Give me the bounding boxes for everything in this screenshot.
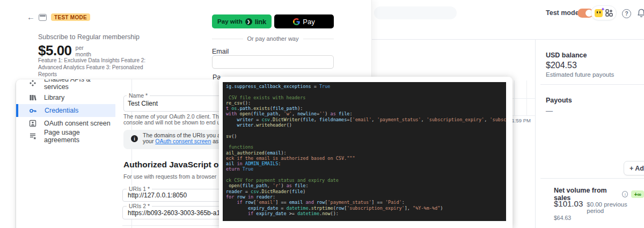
sidebar-item-enabled-apis[interactable]: Enabled APIs & services: [16, 79, 115, 90]
merchant-icon: [39, 14, 47, 21]
assistant-icon[interactable]: ✦: [595, 9, 603, 17]
divider: [540, 84, 644, 85]
google-g-icon: [293, 18, 300, 25]
email-input[interactable]: [212, 55, 334, 69]
apis-icon: [29, 79, 36, 87]
code-area[interactable]: ig.suppress_callback_exceptions = True C…: [223, 82, 506, 221]
or-divider: Or pay another way: [212, 35, 334, 42]
header-divider: [372, 39, 644, 40]
payouts-title: Payouts: [546, 97, 572, 104]
net-volume-amount: $101.03: [554, 199, 583, 208]
divider: [122, 225, 235, 226]
usd-balance-amount: $204.53: [546, 61, 577, 70]
code-editor-window: ig.suppress_callback_exceptions = True C…: [219, 77, 513, 228]
search-input[interactable]: [374, 6, 457, 19]
origins-subtitle: For use with requests from a browser: [123, 173, 216, 180]
chart-gridline: [513, 98, 535, 99]
notifications-bell-icon[interactable]: [637, 9, 644, 18]
test-mode-badge: TEST MODE: [51, 13, 90, 21]
uri1-value: http://127.0.0.1:8050: [128, 192, 187, 199]
name-helper-line2: console and will not be shown to end use…: [123, 120, 232, 126]
screen: Test mode ✦ ? 11:59 PM USD balance $204.…: [0, 0, 644, 228]
chart-axis-line: [513, 115, 535, 116]
usd-balance-title: USD balance: [546, 52, 587, 59]
gpay-label: Pay: [303, 18, 314, 26]
chart-axis-value: $64.63: [554, 215, 571, 221]
info-icon: i: [131, 135, 138, 142]
key-icon: [29, 107, 37, 115]
feature-list: Feature 1: Exclusive Data Insights Featu…: [38, 57, 155, 78]
pay-with-link-button[interactable]: Pay with ❯ link: [212, 14, 272, 28]
subscription-title: Subscribe to Regular membership: [38, 33, 140, 41]
consent-screen-icon: [29, 120, 36, 127]
divider: [540, 178, 644, 179]
help-icon[interactable]: ?: [622, 9, 631, 18]
sidebar-item-oauth-consent[interactable]: OAuth consent screen: [16, 117, 115, 130]
uri2-label: URIs 2 *: [127, 203, 152, 209]
client-name-value: Test Client: [128, 100, 158, 107]
add-button[interactable]: + Ad: [624, 161, 644, 175]
sidebar-item-library[interactable]: Library: [16, 91, 115, 104]
growth-badge: +∞: [631, 190, 644, 198]
payouts-empty-value: —: [546, 107, 553, 115]
apps-grid-plus-icon[interactable]: [605, 9, 613, 17]
net-volume-comparison: $0.00 previous period: [587, 201, 644, 214]
sidebar-item-credentials[interactable]: Credentials: [16, 104, 115, 117]
agreements-icon: [29, 133, 36, 140]
link-brand-label: link: [255, 18, 266, 26]
library-icon: [29, 94, 36, 101]
header-icon-pill: ✦: [591, 5, 617, 20]
info-icon[interactable]: i: [622, 191, 628, 197]
client-name-label: Name *: [127, 92, 150, 99]
email-label: Email: [212, 48, 229, 55]
google-pay-button[interactable]: Pay: [274, 14, 334, 28]
back-arrow-icon[interactable]: ←: [27, 12, 35, 21]
estimated-payouts-label: Estimated future payouts: [546, 71, 614, 78]
oauth-consent-link[interactable]: OAuth consent screen: [155, 138, 211, 144]
sidebar-item-page-usage-agreements[interactable]: Page usage agreements: [16, 130, 115, 143]
net-volume-amounts: $101.03 $0.00 previous period: [554, 199, 644, 214]
link-logo-icon: ❯: [245, 18, 252, 25]
test-mode-label: Test mode: [546, 9, 579, 17]
sidebar-divider: [535, 39, 536, 228]
